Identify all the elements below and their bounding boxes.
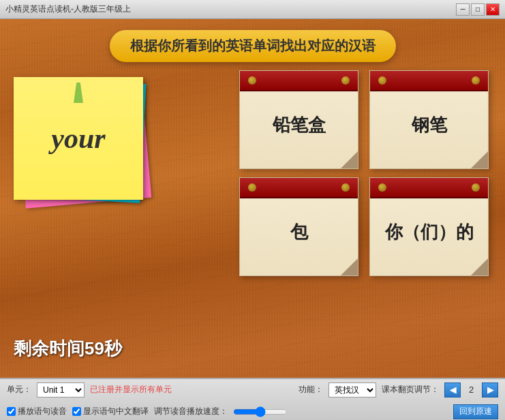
speed-label: 调节读音播放速度： xyxy=(154,406,228,417)
textbook-label: 课本翻页调节： xyxy=(382,384,439,395)
screw-left-4 xyxy=(378,183,386,192)
bottom-row1: 单元： Unit 1 已注册并显示所有单元 功能： 英找汉 课本翻页调节： ◀ … xyxy=(7,380,498,400)
title-text: 小精灵英语点读机-人教版三年级上 xyxy=(5,3,131,15)
screw-left-1 xyxy=(248,76,256,85)
answer-card-3[interactable]: 包 xyxy=(239,177,358,276)
card-text-1: 铅笔盒 xyxy=(273,113,326,137)
screw-right-3 xyxy=(341,183,350,192)
card-text-3: 包 xyxy=(290,220,308,244)
play-audio-checkbox[interactable] xyxy=(7,407,16,416)
card-text-2: 钢笔 xyxy=(412,113,447,137)
answer-card-4[interactable]: 你（们）的 xyxy=(369,177,489,276)
sticky-note-main: your xyxy=(14,77,143,200)
window-controls: ─ □ ✕ xyxy=(456,3,500,16)
unit-dropdown[interactable]: Unit 1 xyxy=(37,382,85,397)
maximize-button[interactable]: □ xyxy=(471,3,485,16)
show-translation-text: 显示语句中文翻译 xyxy=(83,406,149,417)
close-button[interactable]: ✕ xyxy=(486,3,500,16)
bottom-row2: 播放语句读音 显示语句中文翻译 调节读音播放速度： 回到原速 xyxy=(7,404,498,419)
main-area: 根据你所看到的英语单词找出对应的汉语 your 铅笔盒 钢笔 包 你（ xyxy=(0,19,505,398)
card-text-4: 你（们）的 xyxy=(385,220,474,244)
reset-speed-button[interactable]: 回到原速 xyxy=(453,404,498,419)
answer-card-1[interactable]: 铅笔盒 xyxy=(239,70,358,169)
play-audio-text: 播放语句读音 xyxy=(18,406,67,417)
answer-cards-grid: 铅笔盒 钢笔 包 你（们）的 xyxy=(239,70,491,276)
speed-slider[interactable] xyxy=(233,408,288,416)
register-link[interactable]: 已注册并显示所有单元 xyxy=(90,384,172,395)
unit-label: 单元： xyxy=(7,384,31,395)
checkbox2-label[interactable]: 显示语句中文翻译 xyxy=(72,406,149,417)
screw-right-1 xyxy=(341,76,350,85)
screw-right-4 xyxy=(472,183,480,192)
screw-right-2 xyxy=(472,76,480,85)
instruction-banner: 根据你所看到的英语单词找出对应的汉语 xyxy=(110,30,396,62)
function-label: 功能： xyxy=(299,384,323,395)
prev-page-button[interactable]: ◀ xyxy=(444,382,461,397)
show-translation-checkbox[interactable] xyxy=(72,407,81,416)
timer-text: 剩余时间59秒 xyxy=(14,338,122,359)
page-number: 2 xyxy=(466,385,476,395)
sticky-note-container: your xyxy=(14,74,164,210)
instruction-text: 根据你所看到的英语单词找出对应的汉语 xyxy=(130,38,376,53)
title-bar: 小精灵英语点读机-人教版三年级上 ─ □ ✕ xyxy=(0,0,505,19)
screw-left-2 xyxy=(378,76,386,85)
next-page-button[interactable]: ▶ xyxy=(482,382,498,397)
bottom-bar: 单元： Unit 1 已注册并显示所有单元 功能： 英找汉 课本翻页调节： ◀ … xyxy=(0,378,505,420)
minimize-button[interactable]: ─ xyxy=(456,3,470,16)
screw-left-3 xyxy=(248,183,256,192)
function-dropdown[interactable]: 英找汉 xyxy=(328,382,376,397)
timer-area: 剩余时间59秒 xyxy=(14,337,122,361)
answer-card-2[interactable]: 钢笔 xyxy=(369,70,489,169)
checkbox1-label[interactable]: 播放语句读音 xyxy=(7,406,67,417)
english-word: your xyxy=(51,122,105,155)
